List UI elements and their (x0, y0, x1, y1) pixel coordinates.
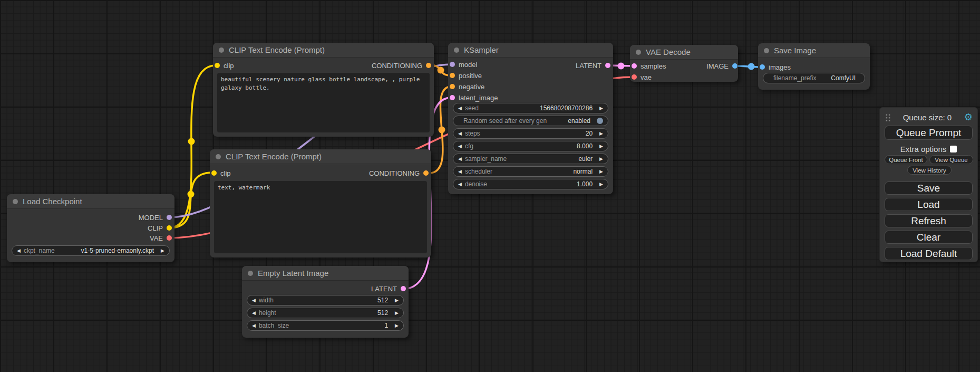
queue-prompt-button[interactable]: Queue Prompt (885, 126, 973, 140)
output-port-vae[interactable] (167, 235, 172, 241)
node-header[interactable]: Empty Latent Image (242, 266, 409, 281)
settings-gear-icon[interactable]: ⚙ (964, 112, 973, 122)
load-button[interactable]: Load (885, 198, 973, 211)
collapse-dot-icon[interactable] (216, 154, 221, 159)
positive-prompt-textarea[interactable]: beautiful scenery nature glass bottle la… (217, 73, 430, 132)
node-title: Load Checkpoint (23, 197, 82, 206)
decrement-arrow-icon[interactable]: ◀ (252, 298, 256, 303)
increment-arrow-icon[interactable]: ▶ (395, 311, 399, 316)
increment-arrow-icon[interactable]: ▶ (599, 106, 603, 111)
load-default-button[interactable]: Load Default (885, 247, 973, 260)
sampler-name-widget[interactable]: ◀ sampler_name euler ▶ (453, 154, 608, 164)
increment-arrow-icon[interactable]: ▶ (599, 169, 603, 174)
node-save-image[interactable]: Save Image images filename_prefix ComfyU… (758, 43, 870, 90)
increment-arrow-icon[interactable]: ▶ (599, 182, 603, 187)
input-slot-samples: samples (632, 61, 666, 71)
decrement-arrow-icon[interactable]: ◀ (458, 157, 462, 161)
random-seed-widget[interactable]: Random seed after every gen enabled (453, 116, 608, 126)
queue-front-button[interactable]: Queue Front (885, 155, 927, 164)
input-port-images[interactable] (760, 64, 765, 70)
output-slot-latent: LATENT (371, 284, 406, 293)
decrement-arrow-icon[interactable]: ◀ (458, 106, 462, 111)
decrement-arrow-icon[interactable]: ◀ (458, 169, 462, 174)
increment-arrow-icon[interactable]: ▶ (161, 249, 164, 253)
node-header[interactable]: CLIP Text Encode (Prompt) (210, 149, 431, 164)
node-header[interactable]: KSampler (448, 43, 613, 58)
node-header[interactable]: Save Image (758, 43, 870, 58)
collapse-dot-icon[interactable] (454, 47, 459, 53)
collapse-dot-icon[interactable] (248, 271, 253, 276)
node-graph-canvas[interactable]: Load Checkpoint MODEL CLIP VAE ◀ ckpt_na… (0, 0, 980, 372)
input-slot-vae: vae (632, 72, 652, 82)
refresh-button[interactable]: Refresh (885, 214, 973, 227)
link-dot-negative (439, 127, 445, 133)
increment-arrow-icon[interactable]: ▶ (395, 298, 399, 303)
decrement-arrow-icon[interactable]: ◀ (17, 249, 21, 253)
node-header[interactable]: VAE Decode (630, 45, 738, 60)
batch-size-widget[interactable]: ◀ batch_size 1 ▶ (247, 320, 404, 331)
input-port-model[interactable] (450, 62, 455, 67)
drag-handle-icon[interactable] (885, 113, 890, 121)
input-port-samples[interactable] (632, 63, 637, 69)
output-port-clip[interactable] (167, 225, 172, 231)
input-port-vae[interactable] (632, 74, 637, 80)
decrement-arrow-icon[interactable]: ◀ (458, 182, 462, 187)
node-empty-latent-image[interactable]: Empty Latent Image LATENT ◀ width 512 ▶ … (242, 266, 409, 338)
node-clip-text-encode-positive[interactable]: CLIP Text Encode (Prompt) clip CONDITION… (213, 43, 434, 137)
extra-options-checkbox[interactable] (950, 146, 957, 152)
view-queue-button[interactable]: View Queue (929, 155, 973, 164)
output-port-model[interactable] (167, 215, 172, 220)
output-slot-image: IMAGE (706, 61, 738, 71)
input-port-clip[interactable] (211, 170, 217, 176)
decrement-arrow-icon[interactable]: ◀ (252, 323, 256, 328)
clear-button[interactable]: Clear (885, 231, 973, 244)
decrement-arrow-icon[interactable]: ◀ (458, 131, 462, 136)
widget-value: normal (573, 168, 593, 175)
widget-label: cfg (465, 142, 473, 150)
increment-arrow-icon[interactable]: ▶ (599, 131, 603, 136)
widget-value: 20 (586, 130, 593, 137)
node-title: KSampler (464, 45, 499, 54)
output-port-latent[interactable] (605, 63, 610, 68)
collapse-dot-icon[interactable] (764, 48, 769, 53)
output-port-conditioning[interactable] (426, 63, 431, 68)
node-header[interactable]: Load Checkpoint (7, 194, 174, 209)
decrement-arrow-icon[interactable]: ◀ (252, 311, 256, 316)
output-port-latent[interactable] (401, 286, 406, 291)
node-header[interactable]: CLIP Text Encode (Prompt) (213, 43, 434, 58)
increment-arrow-icon[interactable]: ▶ (395, 323, 399, 328)
input-port-negative[interactable] (450, 84, 455, 89)
view-history-button[interactable]: View History (907, 166, 952, 175)
widget-label: Random seed after every gen (463, 117, 547, 125)
seed-widget[interactable]: ◀ seed 156680208700286 ▶ (453, 103, 608, 113)
increment-arrow-icon[interactable]: ▶ (599, 144, 603, 149)
input-port-positive[interactable] (450, 73, 455, 78)
height-widget[interactable]: ◀ height 512 ▶ (247, 308, 404, 318)
input-port-latent-image[interactable] (450, 95, 455, 100)
output-port-conditioning[interactable] (423, 170, 429, 176)
collapse-dot-icon[interactable] (219, 47, 224, 53)
increment-arrow-icon[interactable]: ▶ (599, 157, 603, 161)
decrement-arrow-icon[interactable]: ◀ (458, 144, 462, 149)
save-button[interactable]: Save (885, 182, 973, 195)
filename-prefix-widget[interactable]: filename_prefix ComfyUI (763, 73, 865, 83)
collapse-dot-icon[interactable] (13, 199, 18, 204)
node-ksampler[interactable]: KSampler model LATENT positive negative … (448, 43, 613, 194)
denoise-widget[interactable]: ◀ denoise 1.000 ▶ (453, 179, 608, 189)
widget-value: 512 (377, 297, 388, 304)
widget-value: 8.000 (577, 142, 593, 150)
node-load-checkpoint[interactable]: Load Checkpoint MODEL CLIP VAE ◀ ckpt_na… (7, 194, 174, 262)
width-widget[interactable]: ◀ width 512 ▶ (247, 295, 404, 306)
collapse-dot-icon[interactable] (636, 50, 641, 55)
ckpt-name-widget[interactable]: ◀ ckpt_name v1-5-pruned-emaonly.ckpt ▶ (12, 245, 170, 256)
output-port-image[interactable] (732, 63, 738, 69)
cfg-widget[interactable]: ◀ cfg 8.000 ▶ (453, 141, 608, 151)
node-vae-decode[interactable]: VAE Decode samples IMAGE vae (630, 45, 738, 82)
steps-widget[interactable]: ◀ steps 20 ▶ (453, 128, 608, 139)
negative-prompt-textarea[interactable]: text, watermark (214, 181, 427, 253)
scheduler-widget[interactable]: ◀ scheduler normal ▶ (453, 166, 608, 177)
node-clip-text-encode-negative[interactable]: CLIP Text Encode (Prompt) clip CONDITION… (210, 149, 431, 257)
widget-label: steps (465, 130, 480, 137)
toggle-indicator[interactable] (597, 118, 603, 124)
input-port-clip[interactable] (215, 63, 220, 68)
